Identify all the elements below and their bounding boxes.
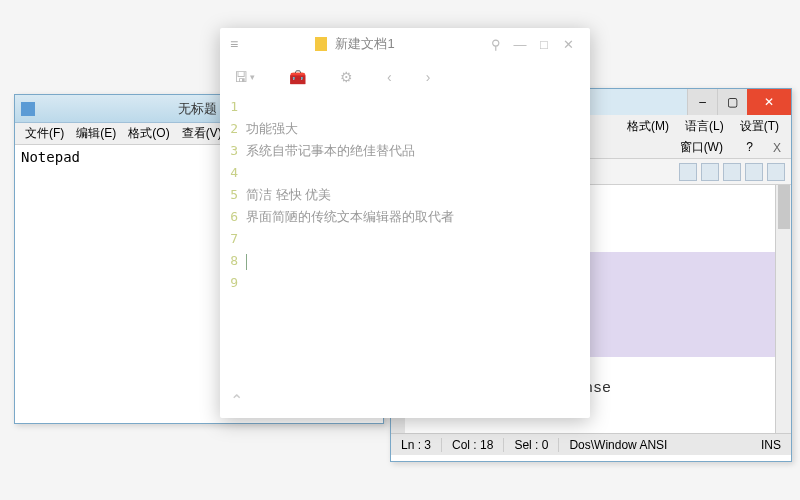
maximize-button[interactable]: ▢ — [717, 89, 747, 115]
toolbar-icon[interactable] — [723, 163, 741, 181]
chevron-right-icon[interactable]: › — [426, 69, 431, 85]
text-line: 功能强大 — [246, 118, 590, 140]
save-icon[interactable]: 🖫▾ — [234, 69, 255, 85]
text-line — [246, 272, 590, 294]
text-line — [246, 228, 590, 250]
hamburger-icon[interactable]: ≡ — [230, 36, 246, 52]
line-number: 8 — [220, 250, 238, 272]
status-col: Col : 18 — [442, 438, 504, 452]
toolbar-icon[interactable] — [679, 163, 697, 181]
gear-icon[interactable]: ⚙ — [340, 69, 353, 85]
chevron-left-icon[interactable]: ‹ — [387, 69, 392, 85]
close-doc-button[interactable]: X — [773, 141, 787, 155]
white-text-area[interactable]: 功能强大系统自带记事本的绝佳替代品 简洁 轻快 优美界面简陋的传统文本编辑器的取… — [246, 96, 590, 294]
text-line: 简洁 轻快 优美 — [246, 184, 590, 206]
menu-file[interactable]: 文件(F) — [19, 123, 70, 144]
npp-statusbar: Ln : 3 Col : 18 Sel : 0 Dos\Window ANSI … — [391, 433, 791, 455]
close-icon[interactable]: ✕ — [556, 37, 580, 52]
text-line: 界面简陋的传统文本编辑器的取代者 — [246, 206, 590, 228]
scrollbar-thumb[interactable] — [778, 185, 790, 229]
text-line — [246, 96, 590, 118]
toolbar-icon[interactable] — [767, 163, 785, 181]
menu-format[interactable]: 格式(O) — [122, 123, 175, 144]
close-button[interactable]: ✕ — [747, 89, 791, 115]
minimize-button[interactable]: – — [687, 89, 717, 115]
status-ln: Ln : 3 — [391, 438, 442, 452]
menu-help[interactable]: ? — [736, 138, 763, 156]
text-line — [246, 162, 590, 184]
text-line — [246, 250, 590, 272]
line-number: 9 — [220, 272, 238, 294]
notepad-app-icon — [21, 102, 35, 116]
menu-edit[interactable]: 编辑(E) — [70, 123, 122, 144]
pin-icon[interactable]: ⚲ — [484, 37, 508, 52]
toolbar-icon[interactable] — [701, 163, 719, 181]
document-icon — [315, 37, 327, 51]
toolbox-icon[interactable]: 🧰 — [289, 69, 306, 85]
document-title: 新建文档1 — [335, 35, 394, 53]
chevron-up-icon[interactable]: ⌃ — [230, 391, 243, 410]
text-line: 系统自带记事本的绝佳替代品 — [246, 140, 590, 162]
white-toolbar: 🖫▾ 🧰 ⚙ ‹ › — [220, 60, 590, 94]
line-number: 1 — [220, 96, 238, 118]
white-editor-body[interactable]: 123456789 功能强大系统自带记事本的绝佳替代品 简洁 轻快 优美界面简陋… — [220, 94, 590, 294]
line-number: 4 — [220, 162, 238, 184]
line-number: 6 — [220, 206, 238, 228]
status-encoding: Dos\Window ANSI — [559, 438, 751, 452]
minimize-icon[interactable]: — — [508, 37, 532, 52]
maximize-icon[interactable]: □ — [532, 37, 556, 52]
white-editor-window: ≡ 新建文档1 ⚲ — □ ✕ 🖫▾ 🧰 ⚙ ‹ › 123456789 功能强… — [220, 28, 590, 418]
status-ins: INS — [751, 438, 791, 452]
menu-window[interactable]: 窗口(W) — [670, 138, 733, 156]
status-sel: Sel : 0 — [504, 438, 559, 452]
npp-scrollbar[interactable] — [775, 185, 791, 433]
line-number: 5 — [220, 184, 238, 206]
line-number: 3 — [220, 140, 238, 162]
line-number: 2 — [220, 118, 238, 140]
menu-settings[interactable]: 设置(T) — [732, 116, 787, 137]
line-number-gutter: 123456789 — [220, 96, 246, 294]
line-number: 7 — [220, 228, 238, 250]
menu-format-m[interactable]: 格式(M) — [619, 116, 677, 137]
toolbar-icon[interactable] — [745, 163, 763, 181]
white-titlebar[interactable]: ≡ 新建文档1 ⚲ — □ ✕ — [220, 28, 590, 60]
menu-language[interactable]: 语言(L) — [677, 116, 732, 137]
